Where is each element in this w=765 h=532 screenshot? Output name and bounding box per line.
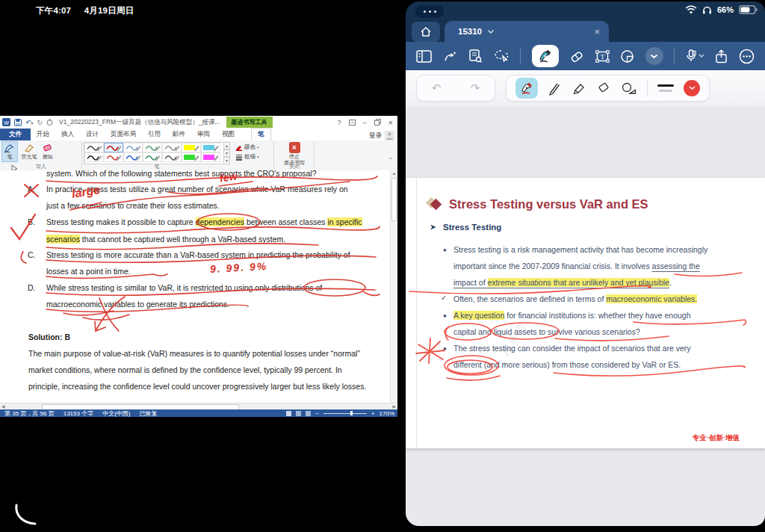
pen-tool-selected[interactable] — [532, 45, 559, 67]
scroll-up-icon[interactable]: ▲ — [391, 170, 397, 177]
zoom-out-icon[interactable]: − — [315, 410, 319, 417]
pen-ribbon: 笔 荧光笔 擦除 选择对象 写入 ▲▼▼ 笔 颜色▾ 粗细▾ × 停止墨迹书写 — [0, 140, 397, 171]
status-bar-right: 66% — [685, 5, 758, 14]
pdf-page[interactable]: 金程教育 Stress Testing versus VaR and ES St… — [406, 178, 765, 449]
ink-tools-contextual-tab[interactable]: 墨迹书写工具 — [226, 117, 273, 128]
eraser-icon[interactable] — [569, 50, 584, 63]
tab-view[interactable]: 视图 — [216, 129, 241, 140]
word-window: W ↶▾ ↻ V1_20220223_FRM一级百题（估值与风险模型）_授课..… — [0, 116, 397, 417]
tab-close-icon[interactable]: × — [594, 26, 600, 37]
language-indicator[interactable]: 中文(中国) — [102, 409, 130, 418]
notebook-tab-bar: 15310 × — [406, 21, 765, 42]
ballpoint-pen-tool[interactable] — [548, 81, 562, 96]
shapes-tool[interactable] — [621, 81, 637, 95]
lasso-icon[interactable] — [494, 49, 510, 63]
save-icon[interactable] — [14, 119, 22, 126]
view-read-icon[interactable] — [286, 411, 291, 416]
option-a-line2: just a few scenarios to create their los… — [46, 201, 380, 210]
slide-line: Often, the scenarios are defined in term… — [453, 294, 697, 303]
collapse-ribbon-icon[interactable]: ⌃ — [388, 157, 393, 164]
vscroll-thumb[interactable] — [391, 178, 397, 221]
pen-weight-button[interactable]: 粗细▾ — [235, 153, 259, 161]
slide-line: capital and liquid assets to survive var… — [453, 327, 640, 336]
pen-color-button[interactable]: 颜色▾ — [235, 143, 259, 151]
arrow-bullet-icon — [430, 223, 437, 231]
solution-label: Solution: B — [28, 332, 362, 341]
multitask-menu-icon[interactable] — [415, 5, 444, 18]
solution-para-line1: The main purpose of value-at-risk (VaR) … — [28, 349, 362, 358]
view-print-icon[interactable] — [296, 411, 301, 416]
vertical-scrollbar[interactable]: ▲ — [390, 170, 397, 403]
status-time: 下午4:07 — [36, 6, 71, 15]
tab-references[interactable]: 引用 — [142, 129, 167, 140]
stroke-thickness-picker[interactable] — [657, 84, 674, 92]
tab-file[interactable]: 文件 — [0, 129, 31, 140]
zoom-slider[interactable] — [323, 413, 367, 414]
document-title: V1_20220223_FRM一级百题（估值与风险模型）_授课... — [59, 118, 220, 127]
option-b-line1: Stress testing makes it possible to capt… — [46, 217, 380, 226]
highlighter-tool-button[interactable]: 荧光笔 — [20, 142, 39, 161]
minimize-button[interactable]: – — [363, 119, 367, 126]
avatar-icon[interactable] — [385, 131, 394, 140]
tab-home[interactable]: 开始 — [31, 129, 55, 140]
notebook-canvas[interactable]: 金程教育 Stress Testing versus VaR and ES St… — [406, 106, 765, 526]
laser-pointer-icon[interactable] — [443, 50, 458, 63]
word-count[interactable]: 13153 个字 — [64, 409, 93, 418]
word-titlebar: W ↶▾ ↻ V1_20220223_FRM一级百题（估值与风险模型）_授课..… — [0, 116, 397, 129]
tab-layout[interactable]: 页面布局 — [105, 129, 142, 140]
view-web-icon[interactable] — [306, 411, 311, 416]
notebook-tab-title[interactable]: 15310 — [458, 27, 482, 36]
tab-review[interactable]: 审阅 — [191, 129, 216, 140]
document-canvas[interactable]: system. Which of the following statement… — [0, 170, 397, 403]
fountain-pen-tool-selected[interactable] — [515, 78, 538, 99]
help-icon[interactable]: ? — [338, 119, 341, 126]
signin-label[interactable]: 登录 — [369, 132, 382, 140]
tab-mailings[interactable]: 邮件 — [167, 129, 191, 140]
chevron-down-icon[interactable] — [487, 29, 495, 34]
ribbon-options-icon[interactable] — [349, 120, 356, 126]
redo-icon[interactable]: ↻ — [37, 119, 43, 126]
more-options-icon[interactable] — [739, 49, 755, 64]
highlighter-tool[interactable] — [572, 81, 586, 96]
reader-mode-icon[interactable] — [468, 49, 483, 63]
tab-design[interactable]: 设计 — [80, 129, 105, 140]
tab-pen-active[interactable]: 笔 — [251, 128, 271, 140]
zoom-in-icon[interactable]: + — [371, 410, 375, 417]
close-button[interactable]: × — [388, 118, 393, 127]
page-indicator[interactable]: 第 35 页，共 56 页 — [4, 409, 55, 418]
handwriting-few: few — [219, 170, 238, 184]
touch-mode-icon[interactable] — [46, 119, 53, 126]
textbox-icon[interactable]: T — [595, 50, 610, 63]
pen-tool-button[interactable]: 笔 — [1, 141, 18, 162]
zoom-slider-thumb[interactable] — [350, 411, 353, 415]
home-button[interactable] — [412, 22, 440, 42]
restore-button[interactable] — [374, 119, 381, 126]
tab-insert[interactable]: 插入 — [55, 129, 80, 140]
sticker-icon[interactable] — [620, 49, 634, 64]
wifi-icon — [685, 5, 697, 14]
slide-line: important since the 2007-2009 financial … — [453, 262, 700, 270]
solution-para-line3: principle, increasing the confidence lev… — [28, 382, 362, 391]
shape-eraser-tool[interactable] — [596, 81, 611, 95]
slide-line: A key question for financial institution… — [453, 311, 691, 320]
thumbnails-sidebar-icon[interactable] — [416, 50, 432, 63]
undo-icon[interactable]: ↶▾ — [25, 119, 34, 126]
audio-record-icon[interactable] — [686, 49, 704, 63]
battery-icon — [739, 5, 758, 14]
zoom-level[interactable]: 170% — [380, 410, 394, 417]
undo-icon[interactable]: ↶ — [432, 81, 442, 95]
notebook-tab-active[interactable]: 15310 × — [445, 21, 609, 42]
share-icon[interactable] — [715, 49, 728, 64]
bullet-dot: ● — [443, 312, 447, 319]
word-statusbar: 第 35 页，共 56 页 13153 个字 中文(中国) 已恢复 − + 17… — [0, 409, 397, 417]
status-date: 4月19日周日 — [84, 6, 134, 15]
scroll-right-icon[interactable]: ▶ — [392, 403, 396, 409]
ink-color-picker[interactable] — [684, 80, 700, 96]
option-a-label: A. — [28, 185, 35, 194]
redo-icon[interactable]: ↷ — [471, 81, 480, 95]
slide-line: Stress testing is a risk management acti… — [453, 245, 707, 254]
option-d-line2: macroeconomic variables to generate its … — [46, 300, 380, 309]
more-tools-chevron-icon[interactable] — [645, 47, 663, 65]
eraser-tool-button[interactable]: 擦除 — [40, 142, 55, 161]
svg-text:W: W — [4, 120, 9, 126]
